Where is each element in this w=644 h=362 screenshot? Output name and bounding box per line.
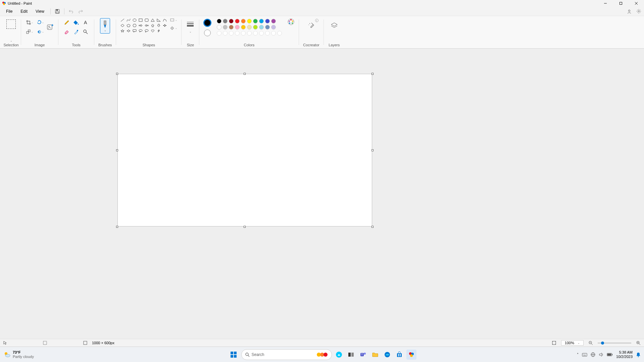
color-2[interactable] (204, 30, 211, 36)
color-swatch[interactable] (253, 25, 258, 30)
shape-4star[interactable] (162, 23, 167, 28)
shape-6star[interactable] (126, 29, 131, 33)
rotate-tool[interactable]: ⌄ (36, 18, 45, 27)
taskbar-edge[interactable] (382, 350, 392, 360)
color-swatch-empty[interactable] (229, 31, 234, 36)
magnifier-tool[interactable] (81, 28, 90, 36)
shape-callout-rect[interactable] (132, 29, 137, 33)
brush-dropdown-icon[interactable]: ⌄ (104, 29, 106, 32)
text-tool[interactable]: A (81, 18, 90, 27)
resize-handle-e[interactable] (371, 149, 374, 151)
undo-button[interactable] (66, 7, 76, 15)
taskbar-store[interactable] (394, 350, 404, 360)
zoom-slider[interactable] (598, 343, 631, 344)
color-swatch-empty[interactable] (253, 31, 258, 36)
settings-icon[interactable] (636, 9, 641, 14)
shape-right-triangle[interactable] (156, 18, 161, 22)
eraser-tool[interactable] (62, 28, 71, 36)
taskbar-clock[interactable]: 5:38 AM 10/2/2023 (616, 350, 633, 358)
user-icon[interactable] (627, 9, 632, 14)
resize-handle-s[interactable] (244, 226, 246, 228)
shape-arrow-right[interactable] (138, 23, 143, 28)
tray-battery-icon[interactable] (607, 353, 613, 356)
edit-colors-button[interactable] (287, 18, 295, 25)
color-swatch[interactable] (247, 19, 252, 23)
shape-oval[interactable] (132, 18, 137, 22)
canvas[interactable] (117, 74, 372, 226)
pencil-tool[interactable] (62, 18, 71, 27)
fill-tool[interactable] (72, 18, 81, 27)
color-swatch[interactable] (229, 25, 234, 30)
zoom-in-button[interactable] (636, 341, 641, 345)
color-swatch[interactable] (217, 25, 221, 30)
resize-handle-w[interactable] (116, 149, 118, 151)
color-swatch[interactable] (223, 19, 228, 23)
start-button[interactable] (228, 349, 239, 360)
color-swatch[interactable] (247, 25, 252, 30)
cocreator-button[interactable]: i (305, 19, 318, 32)
tray-volume-icon[interactable] (599, 352, 603, 357)
view-menu[interactable]: View (32, 8, 48, 15)
color-swatch[interactable] (229, 19, 234, 23)
shape-hexagon[interactable] (132, 23, 137, 28)
notifications-icon[interactable] (636, 352, 641, 357)
color-swatch-empty[interactable] (277, 31, 282, 36)
minimize-button[interactable] (598, 0, 613, 7)
color-swatch-empty[interactable] (235, 31, 240, 36)
shape-outline-dropdown[interactable]: ⌄ (170, 18, 177, 22)
shape-arrow-left[interactable] (144, 23, 149, 28)
taskbar-explorer[interactable] (370, 350, 380, 360)
brush-tool[interactable]: ⌄ (100, 18, 110, 34)
shape-curve[interactable] (126, 18, 131, 22)
color-swatch-empty[interactable] (217, 31, 221, 36)
file-menu[interactable]: File (2, 8, 16, 15)
color-swatch-empty[interactable] (265, 31, 270, 36)
color-swatch[interactable] (223, 25, 228, 30)
taskbar-copilot[interactable] (334, 350, 344, 360)
color-swatch[interactable] (253, 19, 258, 23)
fit-to-window-button[interactable] (552, 341, 556, 345)
maximize-button[interactable] (613, 0, 629, 7)
taskbar-taskview[interactable] (346, 350, 356, 360)
select-tool[interactable] (6, 19, 16, 29)
shape-diamond[interactable] (120, 23, 125, 28)
color-swatch[interactable] (217, 19, 221, 23)
eyedropper-tool[interactable] (72, 28, 81, 36)
resize-handle-ne[interactable] (371, 73, 374, 75)
edit-menu[interactable]: Edit (16, 8, 32, 15)
shape-polygon[interactable] (162, 18, 167, 22)
color-swatch[interactable] (235, 25, 240, 30)
resize-handle-sw[interactable] (116, 226, 118, 228)
shape-callout-cloud[interactable] (144, 29, 149, 33)
tray-keyboard-icon[interactable] (582, 353, 587, 357)
shape-rect[interactable] (138, 18, 143, 22)
resize-tool[interactable]: ⌄ (25, 28, 34, 36)
select-dropdown-icon[interactable]: ⌄ (10, 39, 12, 42)
layers-button[interactable] (328, 19, 341, 32)
taskbar-teams[interactable]: T (358, 350, 368, 360)
crop-tool[interactable]: ⌄ (25, 18, 34, 27)
canvas-area[interactable] (0, 49, 644, 339)
taskbar-paint[interactable] (406, 350, 416, 360)
image-extra-tool[interactable] (47, 18, 54, 36)
color-swatch[interactable] (271, 25, 276, 30)
color-swatch[interactable] (265, 19, 270, 23)
color-swatch[interactable] (265, 25, 270, 30)
color-swatch[interactable] (241, 25, 246, 30)
color-swatch-empty[interactable] (271, 31, 276, 36)
color-swatch[interactable] (259, 19, 264, 23)
shape-pentagon[interactable] (126, 23, 131, 28)
size-dropdown-chevron[interactable]: ⌄ (189, 30, 192, 33)
color-swatch-empty[interactable] (247, 31, 252, 36)
shape-callout-oval[interactable] (138, 29, 143, 33)
flip-tool[interactable]: ⌄ (36, 28, 45, 36)
weather-widget[interactable]: 73°F Partly cloudy (3, 350, 34, 358)
resize-handle-nw[interactable] (116, 73, 118, 75)
shape-triangle[interactable] (150, 18, 155, 22)
shape-arrow-down[interactable] (156, 23, 161, 28)
resize-handle-n[interactable] (244, 73, 246, 75)
color-swatch[interactable] (271, 19, 276, 23)
shape-5star[interactable] (120, 29, 125, 33)
color-swatch-empty[interactable] (259, 31, 264, 36)
color-swatch[interactable] (259, 25, 264, 30)
